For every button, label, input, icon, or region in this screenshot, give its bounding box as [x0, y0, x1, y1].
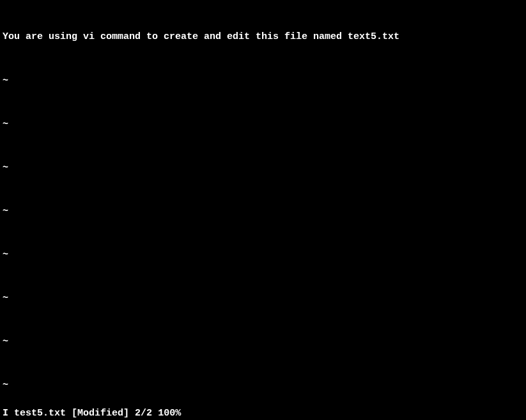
vi-status-bar: I test5.txt [Modified] 2/2 100% [0, 407, 526, 420]
vi-mode-indicator: I [3, 408, 8, 419]
buffer-line-1: You are using vi command to create and e… [3, 30, 523, 45]
vi-filename: test5.txt [14, 408, 66, 419]
vi-file-state: [Modified] [72, 408, 129, 419]
empty-line-marker: ~ [3, 161, 523, 176]
empty-line-marker: ~ [3, 292, 523, 306]
empty-line-marker: ~ [3, 74, 523, 89]
empty-line-marker: ~ [3, 118, 523, 132]
empty-line-marker: ~ [3, 205, 523, 219]
empty-line-marker: ~ [3, 378, 523, 393]
empty-line-marker: ~ [3, 248, 523, 263]
vi-scroll-percent: 100% [158, 408, 181, 419]
empty-line-marker: ~ [3, 335, 523, 350]
vi-editor-buffer[interactable]: You are using vi command to create and e… [0, 0, 526, 407]
vi-line-position: 2/2 [135, 408, 152, 419]
